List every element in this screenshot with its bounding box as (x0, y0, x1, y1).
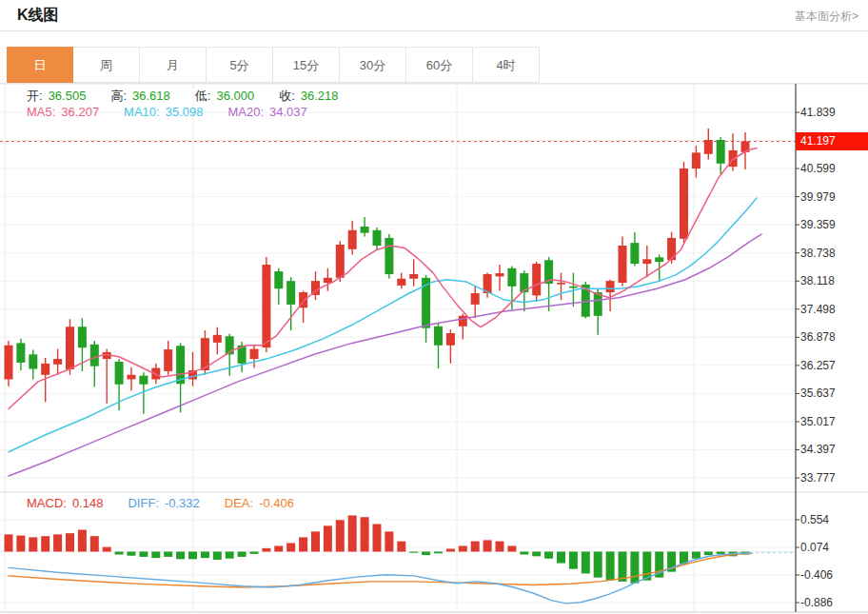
macd-bar (557, 552, 565, 564)
candle-body (139, 376, 148, 385)
tab-interval-1[interactable]: 周 (73, 47, 140, 83)
price-tick-label: 36.257 (800, 359, 836, 372)
macd-tick-label: 0.074 (800, 541, 829, 554)
info-pair: 高:36.618 (110, 88, 175, 105)
macd-bar (274, 545, 283, 551)
info-pair: MACD:0.148 (27, 496, 108, 510)
tab-interval-5[interactable]: 30分 (340, 47, 406, 83)
price-tick-label: 34.397 (800, 443, 836, 456)
candle-body (532, 264, 541, 295)
price-tick-label: 40.599 (800, 162, 836, 175)
macd-bar (582, 552, 590, 574)
macd-bar (704, 552, 713, 556)
macd-bar (151, 552, 160, 559)
candle-body (717, 140, 725, 164)
last-price-tag: 41.197 (796, 132, 868, 150)
tab-interval-7[interactable]: 4时 (473, 47, 540, 83)
info-label: 高: (110, 89, 127, 103)
candle-body (409, 274, 418, 279)
tab-interval-2[interactable]: 月 (140, 47, 207, 83)
info-value: 36.218 (301, 89, 339, 103)
candle-body (373, 230, 382, 246)
candle-body (569, 287, 578, 288)
macd-bar (606, 552, 615, 581)
tab-interval-4[interactable]: 15分 (273, 47, 340, 83)
tab-interval-6[interactable]: 60分 (406, 47, 473, 83)
macd-bar (409, 552, 418, 553)
candle-body (115, 362, 124, 385)
macd-bar (385, 531, 393, 551)
candle-body (361, 227, 369, 233)
macd-bar (397, 542, 405, 552)
info-label: MA10: (124, 105, 160, 119)
macd-bar (361, 517, 369, 551)
macd-tick-label: -0.886 (800, 596, 833, 609)
macd-bar (115, 552, 124, 555)
macd-bar (471, 542, 480, 552)
macd-bar (717, 552, 725, 554)
tab-interval-3[interactable]: 5分 (207, 47, 273, 83)
candle-body (471, 293, 480, 305)
candle-body (324, 278, 332, 283)
macd-info-row: MACD:0.148DIFF:-0.332DEA:-0.406 (27, 496, 319, 510)
price-tick-label: 33.777 (800, 471, 836, 485)
info-value: 35.098 (166, 105, 204, 119)
candle-body (16, 343, 25, 362)
price-tick-label: 41.839 (800, 106, 836, 119)
candle-body (164, 349, 172, 371)
candle-body (692, 152, 700, 168)
info-value: -0.332 (165, 496, 200, 510)
info-pair: 开:36.505 (27, 88, 91, 105)
macd-bar (336, 520, 345, 551)
info-pair: DIFF:-0.332 (128, 496, 205, 510)
macd-bar (507, 545, 516, 551)
info-value: 36.207 (61, 105, 99, 119)
info-value: 34.037 (269, 105, 307, 119)
info-pair: 收:36.218 (279, 88, 344, 105)
macd-bar (29, 537, 37, 551)
price-tick-label: 37.498 (800, 303, 836, 316)
info-value: 0.148 (72, 496, 104, 510)
candle-body (274, 271, 283, 288)
macd-bar (373, 525, 382, 552)
macd-bar (90, 536, 99, 551)
info-pair: MA20:34.037 (227, 105, 312, 119)
ma-info-row: MA5:36.207MA10:35.098MA20:34.037 (27, 105, 332, 119)
macd-bar (311, 531, 320, 551)
macd-bar (594, 552, 602, 578)
macd-bar (299, 537, 307, 551)
candle-body (385, 238, 393, 274)
candle-body (606, 281, 615, 292)
candle-body (29, 354, 37, 368)
macd-bar (78, 530, 87, 552)
ma10-line (9, 198, 757, 452)
candle-body (336, 245, 345, 278)
candle-body (704, 140, 713, 154)
info-value: 36.000 (216, 89, 254, 103)
candle-body (619, 246, 627, 283)
info-label: MA20: (227, 105, 264, 119)
price-tick-label: 39.979 (800, 190, 836, 204)
candle-body (66, 327, 74, 369)
macd-bar (238, 552, 247, 557)
kline-app: K线图 基本面分析> 日周月5分15分30分60分4时 开:36.505高:36… (0, 0, 868, 614)
dea-line (9, 553, 752, 587)
macd-bar (619, 552, 627, 582)
tab-interval-0[interactable]: 日 (7, 47, 73, 83)
macd-tick-label: -0.406 (800, 568, 833, 582)
price-tick-label: 35.637 (800, 386, 836, 400)
candle-body (446, 333, 455, 346)
price-tick-label: 35.017 (800, 415, 836, 428)
candle-body (642, 259, 651, 264)
macd-bar (496, 542, 504, 552)
macd-bar (262, 548, 270, 552)
info-pair: MA10:35.098 (124, 105, 208, 119)
macd-bar (41, 536, 49, 551)
candle-body (262, 265, 270, 347)
macd-bar (692, 552, 700, 559)
candle-body (496, 273, 504, 276)
candle-body (5, 346, 13, 380)
candle-body (655, 257, 663, 262)
info-pair: 低:36.000 (195, 88, 260, 105)
macd-bar (630, 552, 639, 584)
